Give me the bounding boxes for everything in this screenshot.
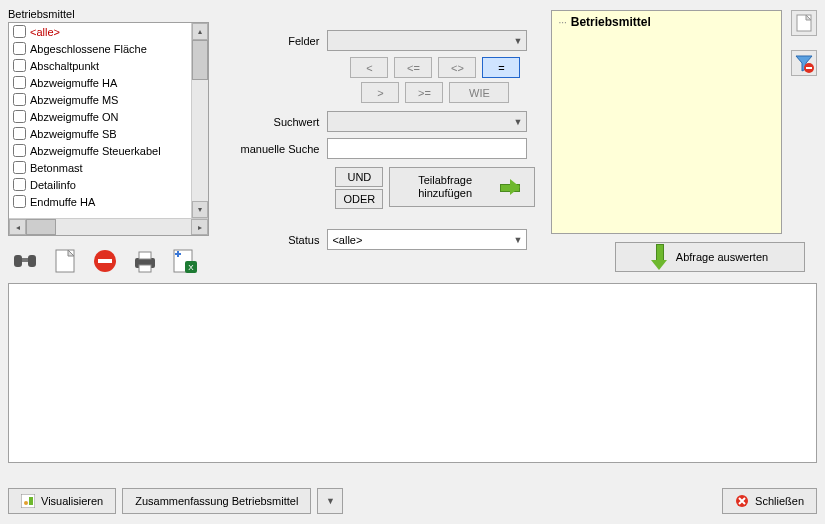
checkbox[interactable] [13, 178, 26, 191]
status-label: Status [217, 234, 327, 246]
list-item-label: Abzweigmuffe SB [30, 128, 117, 140]
checkbox[interactable] [13, 195, 26, 208]
delete-icon[interactable] [88, 244, 122, 278]
felder-dropdown[interactable]: ▼ [327, 30, 527, 51]
list-item-label: Abzweigmuffe HA [30, 77, 117, 89]
evaluate-button[interactable]: Abfrage auswerten [615, 242, 805, 272]
export-excel-icon[interactable]: X [168, 244, 202, 278]
list-item-label: <alle> [30, 26, 60, 38]
list-item[interactable]: Detailinfo [9, 176, 208, 193]
betriebsmittel-list[interactable]: <alle> Abgeschlossene Fläche Abschaltpun… [8, 22, 209, 236]
print-icon[interactable] [128, 244, 162, 278]
tree-root-label: Betriebsmittel [571, 15, 651, 29]
close-button[interactable]: Schließen [722, 488, 817, 514]
checkbox[interactable] [13, 42, 26, 55]
suchwert-label: Suchwert [217, 116, 327, 128]
list-item-label: Abschaltpunkt [30, 60, 99, 72]
svg-point-19 [24, 501, 28, 505]
scroll-left-arrow-icon[interactable]: ◂ [9, 219, 26, 235]
op-gte-button[interactable]: >= [405, 82, 443, 103]
panel-title-betriebsmittel: Betriebsmittel [8, 8, 209, 20]
list-item-label: Abzweigmuffe ON [30, 111, 118, 123]
felder-label: Felder [217, 35, 327, 47]
list-item-label: Abgeschlossene Fläche [30, 43, 147, 55]
svg-rect-8 [139, 252, 151, 259]
summary-label: Zusammenfassung Betriebsmittel [135, 495, 298, 507]
list-item-label: Abzweigmuffe Steuerkabel [30, 145, 161, 157]
list-item[interactable]: Abzweigmuffe MS [9, 91, 208, 108]
evaluate-label: Abfrage auswerten [676, 251, 768, 263]
horizontal-scrollbar[interactable]: ◂ ▸ [9, 218, 208, 235]
checkbox[interactable] [13, 161, 26, 174]
list-item-label: Detailinfo [30, 179, 76, 191]
svg-rect-6 [98, 259, 112, 263]
list-item[interactable]: Abzweigmuffe Steuerkabel [9, 142, 208, 159]
binoculars-icon[interactable] [8, 244, 42, 278]
checkbox[interactable] [13, 59, 26, 72]
chevron-down-icon: ▼ [513, 235, 522, 245]
suchwert-dropdown[interactable]: ▼ [327, 111, 527, 132]
add-subquery-label: Teilabfrage hinzufügen [404, 174, 485, 200]
new-query-button[interactable] [791, 10, 817, 36]
visualize-button[interactable]: Visualisieren [8, 488, 116, 514]
list-item[interactable]: Betonmast [9, 159, 208, 176]
and-button[interactable]: UND [335, 167, 383, 187]
svg-rect-17 [806, 67, 812, 69]
filter-delete-button[interactable] [791, 50, 817, 76]
list-item[interactable]: Abzweigmuffe SB [9, 125, 208, 142]
scroll-up-arrow-icon[interactable]: ▴ [192, 23, 208, 40]
or-button[interactable]: ODER [335, 189, 383, 209]
svg-rect-2 [22, 258, 28, 262]
svg-rect-9 [139, 265, 151, 272]
list-item[interactable]: Abzweigmuffe ON [9, 108, 208, 125]
list-item-label: Endmuffe HA [30, 196, 95, 208]
list-item-label: Betonmast [30, 162, 83, 174]
summary-button[interactable]: Zusammenfassung Betriebsmittel [122, 488, 311, 514]
status-dropdown[interactable]: <alle> ▼ [327, 229, 527, 250]
query-tree[interactable]: ··· Betriebsmittel [551, 10, 782, 234]
op-lt-button[interactable]: < [350, 57, 388, 78]
checkbox[interactable] [13, 76, 26, 89]
list-item[interactable]: Abzweigmuffe HA [9, 74, 208, 91]
chevron-down-icon: ▼ [513, 117, 522, 127]
op-gt-button[interactable]: > [361, 82, 399, 103]
list-item[interactable]: Endmuffe HA [9, 193, 208, 210]
checkbox[interactable] [13, 93, 26, 106]
op-eq-button[interactable]: = [482, 57, 520, 78]
status-value: <alle> [332, 234, 362, 246]
scroll-down-arrow-icon[interactable]: ▾ [192, 201, 208, 218]
op-like-button[interactable]: WIE [449, 82, 509, 103]
list-item[interactable]: Abschaltpunkt [9, 57, 208, 74]
list-item[interactable]: Abgeschlossene Fläche [9, 40, 208, 57]
checkbox[interactable] [13, 25, 26, 38]
results-panel [8, 283, 817, 463]
svg-rect-20 [29, 497, 33, 505]
svg-rect-1 [28, 255, 36, 267]
vertical-scrollbar[interactable]: ▴ ▾ [191, 23, 208, 218]
scroll-right-arrow-icon[interactable]: ▸ [191, 219, 208, 235]
op-ne-button[interactable]: <> [438, 57, 476, 78]
scroll-thumb[interactable] [192, 40, 208, 80]
scroll-thumb[interactable] [26, 219, 56, 235]
checkbox[interactable] [13, 127, 26, 140]
svg-text:X: X [188, 263, 194, 272]
list-item[interactable]: <alle> [9, 23, 208, 40]
op-lte-button[interactable]: <= [394, 57, 432, 78]
new-page-icon[interactable] [48, 244, 82, 278]
list-item-label: Abzweigmuffe MS [30, 94, 118, 106]
add-subquery-button[interactable]: Teilabfrage hinzufügen [389, 167, 535, 207]
checkbox[interactable] [13, 110, 26, 123]
arrow-down-icon [652, 244, 666, 270]
visualize-label: Visualisieren [41, 495, 103, 507]
summary-dropdown-button[interactable]: ▼ [317, 488, 343, 514]
svg-rect-0 [14, 255, 22, 267]
chevron-down-icon: ▼ [326, 496, 335, 506]
chevron-down-icon: ▼ [513, 36, 522, 46]
arrow-right-icon [500, 181, 521, 193]
manuelle-suche-input[interactable] [327, 138, 527, 159]
tree-connector-icon: ··· [558, 17, 566, 28]
checkbox[interactable] [13, 144, 26, 157]
manuelle-suche-label: manuelle Suche [217, 143, 327, 155]
close-label: Schließen [755, 495, 804, 507]
